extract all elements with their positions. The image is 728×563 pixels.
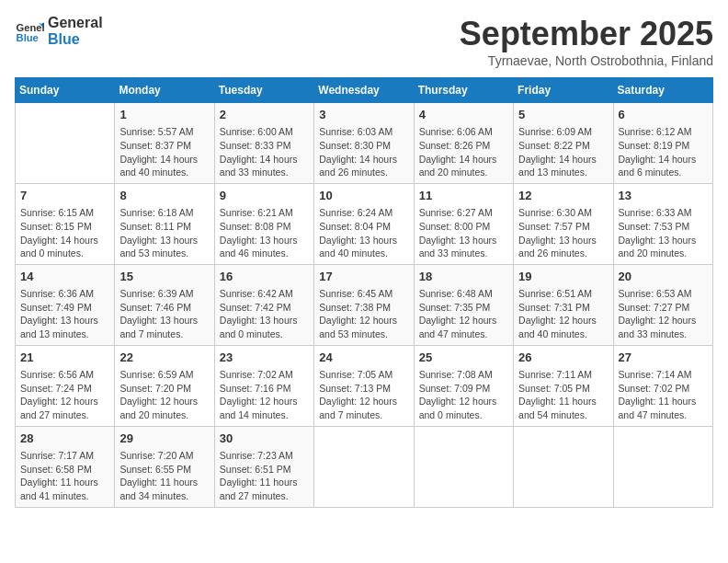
day-info: Sunset: 8:37 PM bbox=[119, 139, 209, 153]
day-info: Sunset: 8:04 PM bbox=[319, 220, 408, 234]
day-info: Daylight: 13 hours bbox=[518, 234, 608, 247]
day-info: Daylight: 13 hours bbox=[220, 234, 309, 247]
calendar-cell bbox=[314, 426, 414, 507]
day-info: Sunset: 8:11 PM bbox=[119, 220, 209, 234]
weekday-header-sunday: Sunday bbox=[16, 78, 115, 103]
day-number: 6 bbox=[619, 107, 708, 123]
day-info: Daylight: 12 hours bbox=[319, 314, 408, 327]
day-number: 22 bbox=[119, 350, 209, 366]
day-info: Daylight: 14 hours bbox=[518, 153, 608, 167]
calendar-cell: 20Sunrise: 6:53 AMSunset: 7:27 PMDayligh… bbox=[613, 264, 712, 345]
svg-text:Blue: Blue bbox=[17, 32, 39, 43]
day-info: Daylight: 13 hours bbox=[119, 234, 209, 247]
day-info: Sunrise: 6:48 AM bbox=[419, 287, 508, 301]
day-info: and 26 minutes. bbox=[518, 247, 608, 260]
day-number: 29 bbox=[119, 431, 209, 447]
day-info: and 7 minutes. bbox=[119, 327, 209, 341]
calendar-cell bbox=[514, 426, 613, 507]
day-info: Sunrise: 6:00 AM bbox=[220, 125, 309, 139]
day-info: and 41 minutes. bbox=[20, 489, 109, 503]
day-info: Daylight: 14 hours bbox=[319, 153, 408, 167]
day-info: and 27 minutes. bbox=[20, 408, 109, 422]
calendar-cell: 2Sunrise: 6:00 AMSunset: 8:33 PMDaylight… bbox=[214, 103, 313, 184]
day-info: Sunrise: 6:42 AM bbox=[220, 287, 309, 301]
calendar-cell: 27Sunrise: 7:14 AMSunset: 7:02 PMDayligh… bbox=[613, 345, 712, 426]
day-info: and 53 minutes. bbox=[119, 247, 209, 260]
day-number: 10 bbox=[319, 188, 408, 204]
calendar-cell: 13Sunrise: 6:33 AMSunset: 7:53 PMDayligh… bbox=[613, 183, 712, 264]
day-number: 30 bbox=[220, 431, 309, 447]
day-info: Sunrise: 7:02 AM bbox=[220, 368, 309, 382]
day-info: Daylight: 14 hours bbox=[220, 153, 309, 167]
day-info: Sunrise: 6:56 AM bbox=[20, 368, 109, 382]
day-info: and 6 minutes. bbox=[619, 166, 708, 179]
title-block: September 2025 Tyrnaevae, North Ostrobot… bbox=[460, 15, 713, 68]
day-number: 14 bbox=[20, 269, 109, 285]
day-number: 28 bbox=[20, 431, 109, 447]
day-info: and 47 minutes. bbox=[419, 327, 508, 341]
day-info: Sunrise: 6:27 AM bbox=[419, 206, 508, 220]
day-info: Sunset: 7:02 PM bbox=[619, 382, 708, 396]
calendar-cell: 30Sunrise: 7:23 AMSunset: 6:51 PMDayligh… bbox=[214, 426, 313, 507]
weekday-header-monday: Monday bbox=[115, 78, 214, 103]
calendar-cell: 17Sunrise: 6:45 AMSunset: 7:38 PMDayligh… bbox=[314, 264, 414, 345]
day-number: 16 bbox=[220, 269, 309, 285]
calendar-cell: 1Sunrise: 5:57 AMSunset: 8:37 PMDaylight… bbox=[115, 103, 214, 184]
day-info: Daylight: 13 hours bbox=[619, 234, 708, 247]
calendar-cell: 8Sunrise: 6:18 AMSunset: 8:11 PMDaylight… bbox=[115, 183, 214, 264]
day-info: Sunset: 7:24 PM bbox=[20, 382, 109, 396]
day-info: Daylight: 12 hours bbox=[419, 395, 508, 408]
day-info: Daylight: 12 hours bbox=[119, 395, 209, 408]
day-info: and 13 minutes. bbox=[518, 166, 608, 179]
day-info: Daylight: 12 hours bbox=[419, 314, 508, 327]
day-info: Sunset: 6:55 PM bbox=[119, 463, 209, 477]
calendar-cell: 14Sunrise: 6:36 AMSunset: 7:49 PMDayligh… bbox=[16, 264, 115, 345]
day-info: and 26 minutes. bbox=[319, 166, 408, 179]
day-info: Sunset: 7:31 PM bbox=[518, 301, 608, 315]
day-number: 23 bbox=[220, 350, 309, 366]
day-info: Sunset: 7:46 PM bbox=[119, 301, 209, 315]
day-number: 5 bbox=[518, 107, 608, 123]
day-number: 11 bbox=[419, 188, 508, 204]
calendar-cell: 18Sunrise: 6:48 AMSunset: 7:35 PMDayligh… bbox=[414, 264, 513, 345]
weekday-header-row: SundayMondayTuesdayWednesdayThursdayFrid… bbox=[16, 78, 713, 103]
day-info: Sunset: 7:57 PM bbox=[518, 220, 608, 234]
day-info: Sunrise: 6:06 AM bbox=[419, 125, 508, 139]
calendar-cell: 29Sunrise: 7:20 AMSunset: 6:55 PMDayligh… bbox=[115, 426, 214, 507]
day-info: Daylight: 14 hours bbox=[419, 153, 508, 167]
day-info: Daylight: 13 hours bbox=[220, 314, 309, 327]
day-info: Sunset: 7:13 PM bbox=[319, 382, 408, 396]
logo: General Blue General Blue bbox=[15, 15, 103, 47]
day-info: Sunset: 8:30 PM bbox=[319, 139, 408, 153]
day-number: 21 bbox=[20, 350, 109, 366]
day-number: 9 bbox=[220, 188, 309, 204]
weekday-header-tuesday: Tuesday bbox=[214, 78, 313, 103]
day-info: and 54 minutes. bbox=[518, 408, 608, 422]
calendar-cell: 28Sunrise: 7:17 AMSunset: 6:58 PMDayligh… bbox=[16, 426, 115, 507]
day-info: and 33 minutes. bbox=[619, 327, 708, 341]
day-info: Sunset: 7:42 PM bbox=[220, 301, 309, 315]
calendar-cell bbox=[16, 103, 115, 184]
day-info: Sunset: 8:26 PM bbox=[419, 139, 508, 153]
day-info: and 40 minutes. bbox=[319, 247, 408, 260]
day-info: Sunset: 7:16 PM bbox=[220, 382, 309, 396]
logo-general: General bbox=[48, 15, 103, 31]
day-info: and 14 minutes. bbox=[220, 408, 309, 422]
day-info: Sunset: 8:22 PM bbox=[518, 139, 608, 153]
day-info: and 20 minutes. bbox=[619, 247, 708, 260]
day-info: Sunrise: 6:12 AM bbox=[619, 125, 708, 139]
day-info: and 46 minutes. bbox=[220, 247, 309, 260]
day-info: Daylight: 13 hours bbox=[20, 314, 109, 327]
day-info: Daylight: 14 hours bbox=[20, 234, 109, 247]
day-info: and 33 minutes. bbox=[220, 166, 309, 179]
day-info: Sunset: 6:58 PM bbox=[20, 463, 109, 477]
day-info: and 33 minutes. bbox=[419, 247, 508, 260]
calendar-cell: 25Sunrise: 7:08 AMSunset: 7:09 PMDayligh… bbox=[414, 345, 513, 426]
day-info: and 20 minutes. bbox=[119, 408, 209, 422]
day-info: Sunset: 7:35 PM bbox=[419, 301, 508, 315]
day-info: Sunrise: 6:21 AM bbox=[220, 206, 309, 220]
day-info: Sunset: 7:49 PM bbox=[20, 301, 109, 315]
day-info: Sunrise: 7:17 AM bbox=[20, 449, 109, 463]
day-info: Sunrise: 7:23 AM bbox=[220, 449, 309, 463]
calendar-cell: 19Sunrise: 6:51 AMSunset: 7:31 PMDayligh… bbox=[514, 264, 613, 345]
